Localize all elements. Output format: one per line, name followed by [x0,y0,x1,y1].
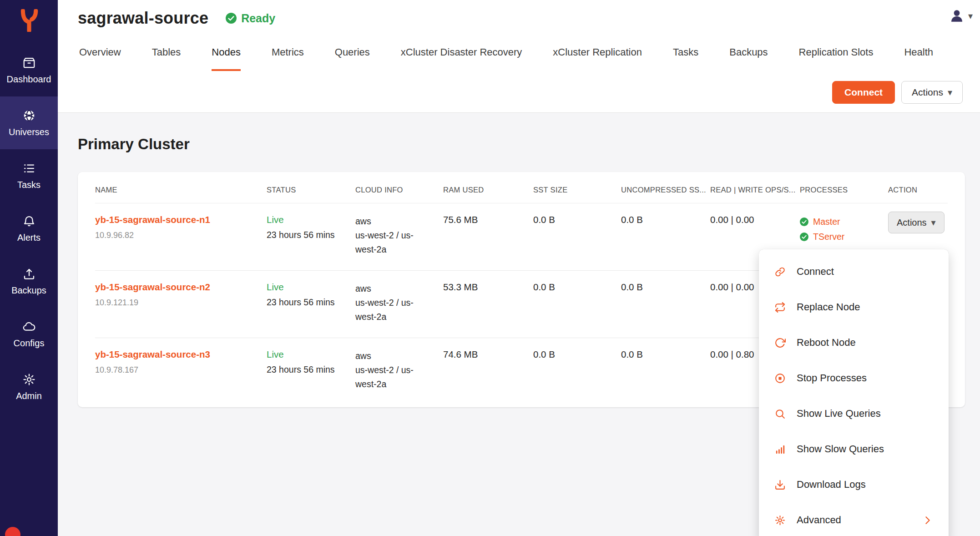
cloud-region: us-west-2 / us-west-2a [355,228,424,257]
tab-overview[interactable]: Overview [79,46,121,71]
connect-button[interactable]: Connect [832,81,895,104]
sidebar-item-label: Dashboard [7,74,51,85]
uncompressed-size: 0.0 B [621,214,710,225]
menu-item-show-slow-queries[interactable]: Show Slow Queries [759,431,949,467]
caret-down-icon: ▾ [931,217,936,228]
node-status: Live [267,214,355,225]
tab-tables[interactable]: Tables [152,46,181,71]
node-ip: 10.9.96.82 [95,231,267,240]
menu-item-label: Connect [797,266,834,278]
tab-queries[interactable]: Queries [335,46,370,71]
sidebar-item-label: Admin [16,391,42,401]
menu-item-label: Stop Processes [797,372,867,384]
table-header-row: NAME STATUS CLOUD INFO RAM USED SST SIZE… [95,177,948,203]
caret-down-icon: ▾ [948,87,952,98]
bell-icon [22,214,36,228]
sidebar-item-label: Alerts [17,233,40,243]
col-processes: PROCESSES [800,186,888,194]
app-root: Dashboard Universes Tasks Alerts [0,0,980,536]
sidebar-item-universes[interactable]: Universes [0,96,58,149]
col-ram-used: RAM USED [443,186,533,194]
uncompressed-size: 0.0 B [621,282,710,293]
cloud-provider: aws [355,214,443,228]
sidebar-item-backups[interactable]: Backups [0,255,58,308]
sst-size: 0.0 B [533,214,621,225]
universe-actions-button[interactable]: Actions ▾ [901,81,963,104]
sidebar-item-alerts[interactable]: Alerts [0,202,58,255]
ram-used: 74.6 MB [443,349,533,360]
menu-item-stop-processes[interactable]: Stop Processes [759,360,949,396]
tab-nodes[interactable]: Nodes [212,46,241,71]
menu-item-label: Show Live Queries [797,408,881,420]
cloud-provider: aws [355,282,443,296]
node-uptime: 23 hours 56 mins [267,297,355,308]
user-avatar-icon [949,8,965,24]
section-title: Primary Cluster [78,136,980,153]
cloud-provider: aws [355,349,443,363]
menu-item-label: Show Slow Queries [797,443,884,455]
tab-xcluster-replication[interactable]: xCluster Replication [553,46,642,71]
ram-used: 53.3 MB [443,282,533,293]
menu-item-replace-node[interactable]: Replace Node [759,289,949,325]
col-cloud-info: CLOUD INFO [355,186,443,194]
node-actions-label: Actions [897,217,927,228]
col-name: NAME [95,186,267,194]
sidebar-item-tasks[interactable]: Tasks [0,149,58,202]
node-link[interactable]: yb-15-sagrawal-source-n3 [95,349,267,360]
sidebar-item-configs[interactable]: Configs [0,308,58,360]
node-link[interactable]: yb-15-sagrawal-source-n2 [95,282,267,293]
tab-backups[interactable]: Backups [729,46,768,71]
process-master-link[interactable]: Master [800,214,888,229]
ready-check-icon [226,13,237,24]
backup-upload-icon [22,267,36,281]
toolbar: Connect Actions ▾ [832,81,963,104]
link-icon [774,266,786,278]
tab-replication-slots[interactable]: Replication Slots [799,46,874,71]
notification-badge[interactable] [5,527,20,536]
tab-xcluster-disaster-recovery[interactable]: xCluster Disaster Recovery [401,46,522,71]
gear-icon [774,515,786,526]
node-ip: 10.9.78.167 [95,365,267,375]
read-write-ops: 0.00 | 0.00 [710,214,800,225]
col-action: ACTION [888,186,948,194]
uncompressed-size: 0.0 B [621,349,710,360]
node-actions-button[interactable]: Actions ▾ [888,212,945,233]
globe-icon [22,109,36,122]
sidebar-item-admin[interactable]: Admin [0,360,58,413]
tab-health[interactable]: Health [904,46,933,71]
tab-tasks[interactable]: Tasks [673,46,698,71]
sidebar-item-label: Backups [11,285,46,296]
menu-item-download-logs[interactable]: Download Logs [759,467,949,502]
menu-item-show-live-queries[interactable]: Show Live Queries [759,396,949,431]
menu-item-label: Advanced [797,514,841,526]
connect-button-label: Connect [844,87,883,98]
sidebar-item-dashboard[interactable]: Dashboard [0,44,58,96]
node-link[interactable]: yb-15-sagrawal-source-n1 [95,214,267,225]
col-status: STATUS [267,186,355,194]
page-header: sagrawal-source Ready ▾ Overview Tables … [58,0,980,113]
node-uptime: 23 hours 56 mins [267,230,355,240]
tab-metrics[interactable]: Metrics [272,46,304,71]
process-tserver-link[interactable]: TServer [800,229,888,244]
stop-icon [774,373,786,384]
check-icon [800,217,808,226]
menu-item-reboot-node[interactable]: Reboot Node [759,325,949,360]
menu-item-connect[interactable]: Connect [759,254,949,289]
col-sst-size: SST SIZE [533,186,621,194]
reboot-icon [774,337,786,349]
search-icon [774,408,786,420]
sst-size: 0.0 B [533,282,621,293]
menu-item-label: Download Logs [797,479,866,490]
dashboard-icon [22,56,36,70]
bar-chart-icon [774,444,786,455]
actions-button-label: Actions [912,87,943,98]
page-title: sagrawal-source [78,6,208,30]
ram-used: 75.6 MB [443,214,533,225]
sidebar-item-label: Universes [9,127,49,137]
node-ip: 10.9.121.19 [95,298,267,308]
menu-item-advanced[interactable]: Advanced [759,502,949,536]
yugabyte-logo-icon[interactable] [19,9,40,34]
status-badge: Ready [226,12,275,25]
user-menu[interactable]: ▾ [949,8,973,24]
sst-size: 0.0 B [533,349,621,360]
